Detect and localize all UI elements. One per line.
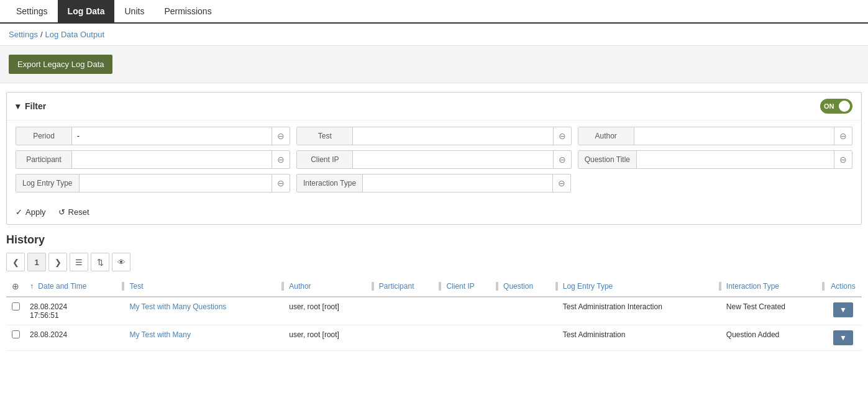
row-author-0: user, root [root] bbox=[284, 297, 374, 325]
test-link-1[interactable]: My Test with Many bbox=[129, 330, 190, 339]
row-actions-0: ▼ bbox=[825, 297, 862, 325]
filter-log-entry-type-clear[interactable]: ⊖ bbox=[272, 174, 290, 192]
th-interaction-type[interactable]: Interaction Type bbox=[721, 276, 825, 297]
row-action-dropdown-0[interactable]: ▼ bbox=[833, 302, 853, 317]
filter-row-3: Log Entry Type ⊖ Interaction Type ⊖ bbox=[16, 174, 852, 192]
filter-author-label: Author bbox=[578, 127, 634, 145]
export-area: Export Legacy Log Data bbox=[0, 46, 868, 83]
top-nav: Settings Log Data Units Permissions bbox=[0, 0, 868, 24]
list-view-button[interactable]: ☰ bbox=[70, 253, 88, 271]
row-participant-0 bbox=[374, 297, 442, 325]
row-interaction-type-1: Question Added bbox=[721, 325, 825, 351]
th-client-ip[interactable]: Client IP bbox=[441, 276, 498, 297]
reset-icon: ↺ bbox=[58, 207, 65, 217]
row-checkbox-cell bbox=[6, 297, 25, 325]
filter-section: ▾ Filter ON Period ⊖ Test ⊖ Author bbox=[6, 92, 862, 225]
current-page-button[interactable]: 1 bbox=[27, 253, 46, 271]
filter-period-input[interactable] bbox=[72, 127, 272, 145]
apply-button[interactable]: ✓ Apply bbox=[16, 207, 46, 217]
row-author-1: user, root [root] bbox=[284, 325, 374, 351]
toggle-track[interactable]: ON bbox=[820, 99, 852, 114]
filter-interaction-type-label: Interaction Type bbox=[297, 174, 363, 192]
filter-interaction-type-input[interactable] bbox=[363, 174, 552, 192]
filter-log-entry-type-label: Log Entry Type bbox=[16, 174, 80, 192]
next-page-button[interactable]: ❯ bbox=[48, 253, 67, 271]
filter-question-title-input[interactable] bbox=[637, 151, 834, 168]
filter-participant: Participant ⊖ bbox=[16, 150, 290, 169]
th-log-entry-type[interactable]: Log Entry Type bbox=[558, 276, 721, 297]
th-checkbox: ⊕ bbox=[6, 276, 25, 297]
filter-author: Author ⊖ bbox=[578, 127, 852, 145]
prev-page-button[interactable]: ❮ bbox=[6, 253, 25, 271]
filter-row-2: Participant ⊖ Client IP ⊖ Question Title… bbox=[16, 150, 852, 169]
filter-test-label: Test bbox=[297, 127, 353, 145]
chevron-down-icon: ▾ bbox=[16, 101, 20, 111]
filter-row-1: Period ⊖ Test ⊖ Author ⊖ bbox=[16, 127, 852, 145]
th-test[interactable]: Test bbox=[124, 276, 284, 297]
table-row: 28.08.2024 My Test with Many user, root … bbox=[6, 325, 862, 351]
filter-rows: Period ⊖ Test ⊖ Author ⊖ Participant ⊖ bbox=[7, 120, 861, 204]
nav-units[interactable]: Units bbox=[114, 0, 154, 22]
th-date-and-time[interactable]: ↑ Date and Time bbox=[25, 276, 124, 297]
filter-actions: ✓ Apply ↺ Reset bbox=[7, 204, 861, 224]
filter-period-label: Period bbox=[16, 127, 72, 145]
filter-log-entry-type-input[interactable] bbox=[80, 174, 272, 192]
filter-log-entry-type: Log Entry Type ⊖ bbox=[16, 174, 290, 192]
row-interaction-type-0: New Test Created bbox=[721, 297, 825, 325]
toggle-knob bbox=[839, 101, 850, 112]
breadcrumb-log-data-output[interactable]: Log Data Output bbox=[45, 30, 104, 39]
reset-button[interactable]: ↺ Reset bbox=[58, 207, 89, 217]
apply-label: Apply bbox=[25, 207, 46, 217]
test-link-0[interactable]: My Test with Many Questions bbox=[129, 302, 226, 311]
filter-interaction-type: Interaction Type ⊖ bbox=[296, 174, 571, 192]
row-test-1: My Test with Many bbox=[124, 325, 284, 351]
add-icon[interactable]: ⊕ bbox=[12, 281, 19, 291]
sort-button[interactable]: ⇅ bbox=[91, 253, 109, 271]
filter-participant-clear[interactable]: ⊖ bbox=[272, 151, 290, 168]
breadcrumb-settings[interactable]: Settings bbox=[9, 30, 38, 39]
th-question[interactable]: Question bbox=[498, 276, 558, 297]
filter-test-input[interactable] bbox=[353, 127, 552, 145]
export-legacy-log-data-button[interactable]: Export Legacy Log Data bbox=[9, 55, 112, 74]
row-log-entry-type-0: Test Administration Interaction bbox=[558, 297, 721, 325]
pagination-bar: ❮ 1 ❯ ☰ ⇅ 👁 bbox=[6, 253, 862, 271]
toggle-label: ON bbox=[824, 102, 834, 110]
table-row: 28.08.202417:56:51 My Test with Many Que… bbox=[6, 297, 862, 325]
row-test-0: My Test with Many Questions bbox=[124, 297, 284, 325]
filter-label: Filter bbox=[25, 101, 46, 111]
filter-participant-input[interactable] bbox=[72, 151, 272, 168]
filter-question-title-label: Question Title bbox=[578, 151, 637, 168]
row-date-1: 28.08.2024 bbox=[25, 325, 124, 351]
history-table: ⊕ ↑ Date and Time Test Author Participan… bbox=[6, 276, 862, 351]
filter-header: ▾ Filter ON bbox=[7, 93, 861, 120]
filter-interaction-type-clear[interactable]: ⊖ bbox=[552, 174, 570, 192]
filter-toggle-title[interactable]: ▾ Filter bbox=[16, 101, 46, 111]
nav-settings[interactable]: Settings bbox=[6, 0, 58, 22]
filter-client-ip-input[interactable] bbox=[353, 151, 552, 168]
table-header-row: ⊕ ↑ Date and Time Test Author Participan… bbox=[6, 276, 862, 297]
row-question-1 bbox=[498, 325, 558, 351]
filter-author-clear[interactable]: ⊖ bbox=[834, 127, 852, 145]
th-participant[interactable]: Participant bbox=[374, 276, 442, 297]
row-checkbox-1[interactable] bbox=[12, 330, 20, 338]
row-date-0: 28.08.202417:56:51 bbox=[25, 297, 124, 325]
row-participant-1 bbox=[374, 325, 442, 351]
filter-question-title-clear[interactable]: ⊖ bbox=[834, 151, 852, 168]
filter-test: Test ⊖ bbox=[296, 127, 571, 145]
breadcrumb: Settings / Log Data Output bbox=[0, 24, 868, 46]
history-title: History bbox=[6, 233, 862, 247]
checkmark-icon: ✓ bbox=[16, 207, 22, 217]
row-checkbox-0[interactable] bbox=[12, 302, 20, 310]
filter-toggle-switch[interactable]: ON bbox=[820, 99, 852, 114]
th-author[interactable]: Author bbox=[284, 276, 374, 297]
filter-participant-label: Participant bbox=[16, 151, 72, 168]
filter-client-ip: Client IP ⊖ bbox=[296, 150, 571, 169]
filter-author-input[interactable] bbox=[634, 127, 834, 145]
nav-log-data[interactable]: Log Data bbox=[58, 0, 115, 22]
row-action-dropdown-1[interactable]: ▼ bbox=[833, 330, 853, 345]
filter-test-clear[interactable]: ⊖ bbox=[553, 127, 571, 145]
nav-permissions[interactable]: Permissions bbox=[154, 0, 221, 22]
filter-client-ip-clear[interactable]: ⊖ bbox=[553, 151, 571, 168]
eye-button[interactable]: 👁 bbox=[112, 253, 130, 271]
filter-period-clear[interactable]: ⊖ bbox=[272, 127, 290, 145]
